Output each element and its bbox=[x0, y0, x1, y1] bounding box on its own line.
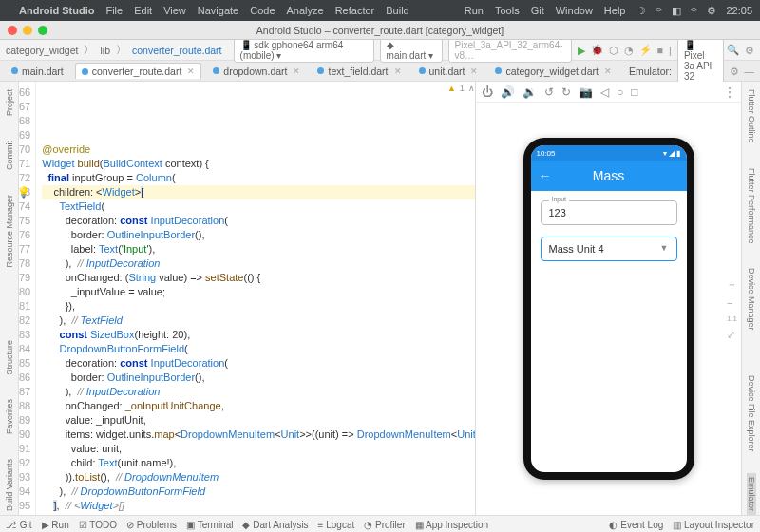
tab-dropdown[interactable]: dropdown.dart✕ bbox=[207, 64, 306, 79]
settings-icon[interactable]: ⚙ bbox=[745, 45, 754, 56]
left-tool-gutter: Project Commit Resource Manager Structur… bbox=[0, 82, 19, 515]
menu-tools[interactable]: Tools bbox=[495, 5, 520, 16]
run-icon[interactable]: ▶ bbox=[578, 45, 585, 56]
emu-rotate-right-icon[interactable]: ↻ bbox=[561, 86, 571, 99]
tool-commit[interactable]: Commit bbox=[5, 137, 14, 174]
bluetooth-icon[interactable]: ⌔ bbox=[656, 5, 662, 16]
app-title: Mass bbox=[593, 168, 624, 183]
traffic-lights bbox=[8, 26, 48, 35]
input-field[interactable]: Input 123 bbox=[541, 200, 677, 225]
caret-up-icon[interactable]: ∧ bbox=[468, 82, 475, 96]
code-editor[interactable]: 6667686970717273747576777879808182838485… bbox=[19, 82, 475, 515]
hot-reload-icon[interactable]: ⚡ bbox=[639, 44, 652, 56]
bottom-run[interactable]: ▶ Run bbox=[42, 520, 69, 530]
window-titlebar: Android Studio – converter_route.dart [c… bbox=[0, 21, 760, 40]
android-statusbar: 10:05 ▾ ◢ ▮ bbox=[531, 145, 687, 161]
search-icon[interactable]: 🔍 bbox=[727, 44, 739, 56]
tool-project[interactable]: Project bbox=[5, 86, 14, 120]
bottom-event-log[interactable]: ◐ Event Log bbox=[609, 520, 663, 530]
menu-git[interactable]: Git bbox=[531, 5, 544, 16]
close-icon[interactable]: ✕ bbox=[187, 66, 195, 76]
emulator-toolbar: ⏻ 🔊 🔉 ↺ ↻ 📷 ◁ ○ □ ⋮ bbox=[476, 82, 741, 103]
tool-flutter-performance[interactable]: Flutter Performance bbox=[747, 164, 756, 248]
breadcrumb-folder[interactable]: lib bbox=[100, 45, 110, 56]
menu-view[interactable]: View bbox=[163, 5, 186, 16]
emulator-settings-icon[interactable]: ⚙ bbox=[730, 66, 739, 77]
emu-back-icon[interactable]: ◁ bbox=[600, 86, 609, 99]
tab-converter-route[interactable]: converter_route.dart✕ bbox=[75, 63, 202, 79]
menu-window[interactable]: Window bbox=[556, 5, 593, 16]
emulator-hide-icon[interactable]: — bbox=[745, 66, 755, 77]
menu-build[interactable]: Build bbox=[386, 5, 408, 16]
tool-emulator[interactable]: Emulator bbox=[747, 473, 756, 515]
zoom-out-icon[interactable]: − bbox=[727, 297, 737, 309]
right-tool-gutter: Flutter Outline Flutter Performance Devi… bbox=[741, 82, 760, 515]
profile-icon[interactable]: ◔ bbox=[624, 45, 634, 56]
emu-voldown-icon[interactable]: 🔉 bbox=[522, 86, 537, 99]
breadcrumb-file[interactable]: converter_route.dart bbox=[132, 45, 222, 56]
wifi-icon[interactable]: ⌔ bbox=[691, 5, 697, 16]
emu-home-icon[interactable]: ○ bbox=[617, 86, 623, 99]
device-selector[interactable]: 📱 sdk gphone64 arm64 (mobile) ▾ bbox=[234, 38, 374, 63]
bottom-problems[interactable]: ⊘ Problems bbox=[126, 520, 177, 530]
emulator-selector[interactable]: Pixel_3a_API_32_arm64-v8… bbox=[448, 38, 572, 63]
tool-resource-manager[interactable]: Resource Manager bbox=[5, 191, 14, 272]
coverage-icon[interactable]: ⬡ bbox=[609, 45, 618, 56]
bottom-logcat[interactable]: ≡ Logcat bbox=[318, 520, 355, 530]
input-value: 123 bbox=[549, 207, 566, 218]
unit-dropdown[interactable]: Mass Unit 4 ▼ bbox=[541, 237, 677, 261]
tool-favorites[interactable]: Favorites bbox=[5, 395, 14, 438]
bottom-terminal[interactable]: ▣ Terminal bbox=[186, 520, 233, 530]
zoom-fit-icon[interactable]: 1:1 bbox=[727, 314, 737, 323]
input-label: Input bbox=[549, 196, 570, 202]
device-screen[interactable]: 10:05 ▾ ◢ ▮ ← Mass Input 123 Mass Unit bbox=[531, 145, 687, 472]
tab-unit[interactable]: unit.dart✕ bbox=[413, 64, 484, 79]
debug-icon[interactable]: 🐞 bbox=[591, 44, 603, 56]
clock[interactable]: 22:05 bbox=[726, 5, 752, 16]
menu-refactor[interactable]: Refactor bbox=[335, 5, 375, 16]
tool-device-manager[interactable]: Device Manager bbox=[747, 264, 756, 334]
close-window-icon[interactable] bbox=[8, 26, 17, 35]
menu-navigate[interactable]: Navigate bbox=[198, 5, 238, 16]
app-name[interactable]: Android Studio bbox=[19, 5, 94, 16]
back-arrow-icon[interactable]: ← bbox=[539, 168, 552, 183]
code-area[interactable]: ▲1 ∧ ∨ @overrideWidget build(BuildContex… bbox=[36, 82, 475, 515]
bottom-git[interactable]: ⎇ Git bbox=[6, 520, 32, 530]
menu-file[interactable]: File bbox=[105, 5, 123, 16]
emu-power-icon[interactable]: ⏻ bbox=[482, 86, 493, 99]
bottom-profiler[interactable]: ◔ Profiler bbox=[364, 520, 405, 530]
tab-text-field[interactable]: text_field.dart✕ bbox=[312, 64, 407, 79]
emu-volup-icon[interactable]: 🔊 bbox=[501, 86, 515, 99]
battery-icon[interactable]: ◧ bbox=[672, 5, 681, 17]
bottom-dart-analysis[interactable]: ◆ Dart Analysis bbox=[242, 520, 308, 530]
menu-code[interactable]: Code bbox=[250, 5, 275, 16]
emu-rotate-left-icon[interactable]: ↺ bbox=[544, 86, 554, 99]
emu-screenshot-icon[interactable]: 📷 bbox=[579, 86, 593, 99]
minimize-window-icon[interactable] bbox=[23, 26, 32, 35]
control-center-icon[interactable]: ⚙ bbox=[707, 5, 716, 17]
menu-run[interactable]: Run bbox=[465, 5, 484, 16]
stop-icon[interactable]: ■ bbox=[657, 45, 663, 56]
tool-build-variants[interactable]: Build Variants bbox=[5, 455, 14, 515]
zoom-window-icon[interactable] bbox=[38, 26, 48, 35]
zoom-reset-icon[interactable]: ⤢ bbox=[727, 329, 737, 341]
menu-edit[interactable]: Edit bbox=[134, 5, 152, 16]
run-config-selector[interactable]: ◆ main.dart ▾ bbox=[380, 38, 443, 63]
breadcrumb-project[interactable]: category_widget bbox=[6, 45, 78, 56]
emu-more-icon[interactable]: ⋮ bbox=[724, 86, 735, 99]
menu-analyze[interactable]: Analyze bbox=[287, 5, 324, 16]
tab-main[interactable]: main.dart bbox=[6, 64, 69, 79]
bottom-layout-inspector[interactable]: ▥ Layout Inspector bbox=[673, 520, 754, 530]
bottom-app-inspection[interactable]: ▦ App Inspection bbox=[415, 520, 488, 530]
tab-category-widget[interactable]: category_widget.dart✕ bbox=[489, 64, 617, 79]
tool-flutter-outline[interactable]: Flutter Outline bbox=[747, 86, 756, 147]
menu-help[interactable]: Help bbox=[604, 5, 626, 16]
tool-structure[interactable]: Structure bbox=[5, 336, 14, 379]
app-bar: ← Mass bbox=[531, 161, 687, 191]
tool-device-file-explorer[interactable]: Device File Explorer bbox=[747, 371, 756, 456]
zoom-in-icon[interactable]: ＋ bbox=[727, 277, 737, 292]
bottom-todo[interactable]: ☑ TODO bbox=[79, 520, 117, 530]
dnd-icon[interactable]: ☽ bbox=[636, 5, 646, 17]
emu-overview-icon[interactable]: □ bbox=[631, 86, 637, 99]
warning-icon[interactable]: ▲ bbox=[447, 82, 456, 96]
